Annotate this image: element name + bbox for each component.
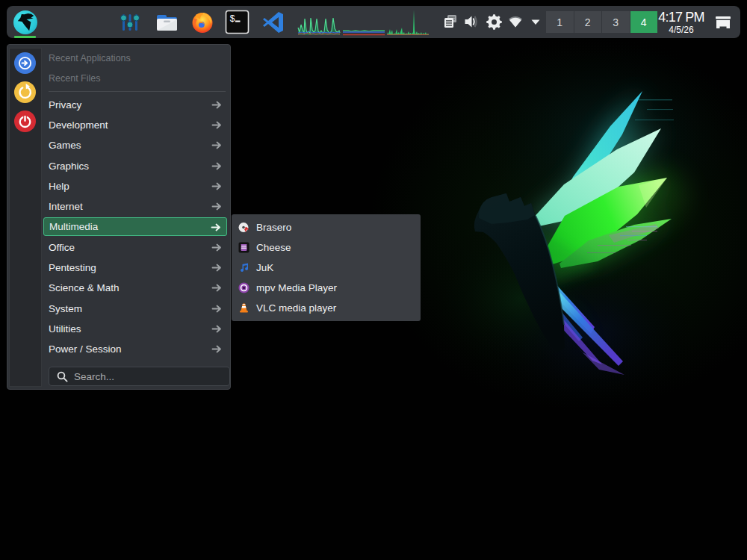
svg-text:$: $ (230, 14, 235, 25)
